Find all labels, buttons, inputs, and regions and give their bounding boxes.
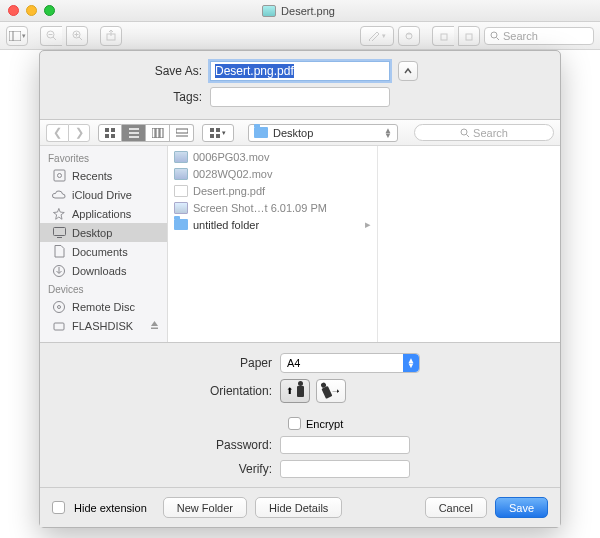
browser-search-field[interactable]: Search — [414, 124, 554, 141]
file-row[interactable]: untitled folder▸ — [168, 216, 377, 233]
disc-icon — [52, 300, 66, 313]
folder-icon — [254, 127, 268, 138]
movie-icon — [174, 168, 188, 180]
location-label: Desktop — [273, 127, 313, 139]
window-title: Desert.png — [61, 5, 536, 17]
location-popup[interactable]: Desktop ▲▼ — [248, 124, 398, 142]
svg-rect-42 — [54, 323, 64, 330]
arrange-button[interactable]: ▾ — [202, 124, 234, 142]
column-view-button[interactable] — [146, 124, 170, 142]
new-folder-button[interactable]: New Folder — [163, 497, 247, 518]
pdf-icon — [174, 185, 188, 197]
icon-view-button[interactable] — [98, 124, 122, 142]
svg-rect-0 — [9, 31, 21, 41]
svg-point-32 — [461, 129, 467, 135]
svg-rect-29 — [216, 128, 220, 132]
svg-point-14 — [491, 32, 497, 38]
hide-extension-checkbox[interactable] — [52, 501, 65, 514]
save-dialog: Save As: Tags: ❮ ❯ — [39, 50, 561, 528]
sidebar-item-desktop[interactable]: Desktop — [40, 223, 167, 242]
file-row[interactable]: Screen Shot…t 6.01.09 PM — [168, 199, 377, 216]
tags-input[interactable] — [210, 87, 390, 107]
sidebar-toggle-button[interactable]: ▾ — [6, 26, 28, 46]
applications-icon — [52, 207, 66, 220]
svg-rect-18 — [105, 134, 109, 138]
preview-search-field[interactable]: Search — [484, 27, 594, 45]
search-icon — [490, 31, 500, 41]
close-window-button[interactable] — [8, 5, 19, 16]
file-row[interactable]: 0028WQ02.mov — [168, 165, 377, 182]
sidebar-item-documents[interactable]: Documents — [40, 242, 167, 261]
svg-line-3 — [53, 37, 56, 40]
cloud-icon — [52, 188, 66, 201]
sidebar-item-label: Applications — [72, 208, 131, 220]
options-panel: Paper A4 ▲▼ Orientation: ⬆ ➝ Encrypt Pas… — [40, 343, 560, 490]
sidebar-item-downloads[interactable]: Downloads — [40, 261, 167, 280]
paper-label: Paper — [60, 356, 280, 370]
tags-label: Tags: — [60, 90, 210, 104]
svg-rect-28 — [210, 128, 214, 132]
zoom-in-button[interactable] — [66, 26, 88, 46]
chevron-updown-icon: ▲▼ — [403, 354, 419, 372]
orientation-landscape-button[interactable]: ➝ — [316, 379, 346, 403]
svg-rect-31 — [216, 134, 220, 138]
svg-rect-26 — [176, 129, 188, 133]
collapse-button[interactable] — [398, 61, 418, 81]
zoom-out-button[interactable] — [40, 26, 62, 46]
chevron-right-icon: ▸ — [365, 218, 371, 231]
nav-back-button[interactable]: ❮ — [46, 124, 68, 142]
rotate-left-button[interactable] — [432, 26, 454, 46]
cancel-button[interactable]: Cancel — [425, 497, 487, 518]
svg-line-15 — [497, 37, 500, 40]
rotate-right-button[interactable] — [458, 26, 480, 46]
window-title-text: Desert.png — [281, 5, 335, 17]
minimize-window-button[interactable] — [26, 5, 37, 16]
encrypt-checkbox[interactable] — [288, 417, 301, 430]
sidebar-item-label: FLASHDISK — [72, 320, 133, 332]
svg-point-40 — [54, 301, 65, 312]
sidebar-item-flashdisk[interactable]: FLASHDISK — [40, 316, 167, 335]
svg-rect-19 — [111, 134, 115, 138]
file-name: 0006PG03.mov — [193, 151, 269, 163]
sidebar-item-label: Recents — [72, 170, 112, 182]
dialog-footer: Hide extension New Folder Hide Details C… — [40, 487, 560, 527]
hide-extension-option[interactable]: Hide extension — [52, 501, 147, 514]
markup-button[interactable] — [398, 26, 420, 46]
share-button[interactable] — [100, 26, 122, 46]
svg-rect-13 — [466, 34, 472, 40]
password-label: Password: — [60, 438, 280, 452]
file-row[interactable]: Desert.png.pdf — [168, 182, 377, 199]
orientation-portrait-button[interactable]: ⬆ — [280, 379, 310, 403]
browser-search-placeholder: Search — [473, 127, 508, 139]
search-placeholder: Search — [503, 30, 538, 42]
hide-extension-label: Hide extension — [74, 502, 147, 514]
verify-input[interactable] — [280, 460, 410, 478]
downloads-icon — [52, 264, 66, 277]
file-row[interactable]: 0006PG03.mov — [168, 148, 377, 165]
preview-column — [378, 146, 560, 342]
list-view-button[interactable] — [122, 124, 146, 142]
sidebar-item-label: Remote Disc — [72, 301, 135, 313]
hide-details-button[interactable]: Hide Details — [255, 497, 342, 518]
eject-icon[interactable] — [150, 321, 159, 330]
favorites-header: Favorites — [40, 149, 167, 166]
password-input[interactable] — [280, 436, 410, 454]
nav-forward-button[interactable]: ❯ — [68, 124, 90, 142]
svg-rect-34 — [54, 170, 65, 181]
sidebar-item-icloud[interactable]: iCloud Drive — [40, 185, 167, 204]
saveas-input[interactable] — [210, 61, 390, 81]
zoom-window-button[interactable] — [44, 5, 55, 16]
svg-rect-17 — [111, 128, 115, 132]
file-name: untitled folder — [193, 219, 259, 231]
coverflow-view-button[interactable] — [170, 124, 194, 142]
save-button[interactable]: Save — [495, 497, 548, 518]
paper-value: A4 — [287, 357, 300, 369]
annotate-button[interactable]: ▾ — [360, 26, 394, 46]
sidebar-item-applications[interactable]: Applications — [40, 204, 167, 223]
file-name: 0028WQ02.mov — [193, 168, 272, 180]
svg-line-33 — [467, 134, 470, 137]
paper-select[interactable]: A4 ▲▼ — [280, 353, 420, 373]
sidebar-item-remote-disc[interactable]: Remote Disc — [40, 297, 167, 316]
svg-rect-25 — [160, 128, 163, 138]
sidebar-item-recents[interactable]: Recents — [40, 166, 167, 185]
